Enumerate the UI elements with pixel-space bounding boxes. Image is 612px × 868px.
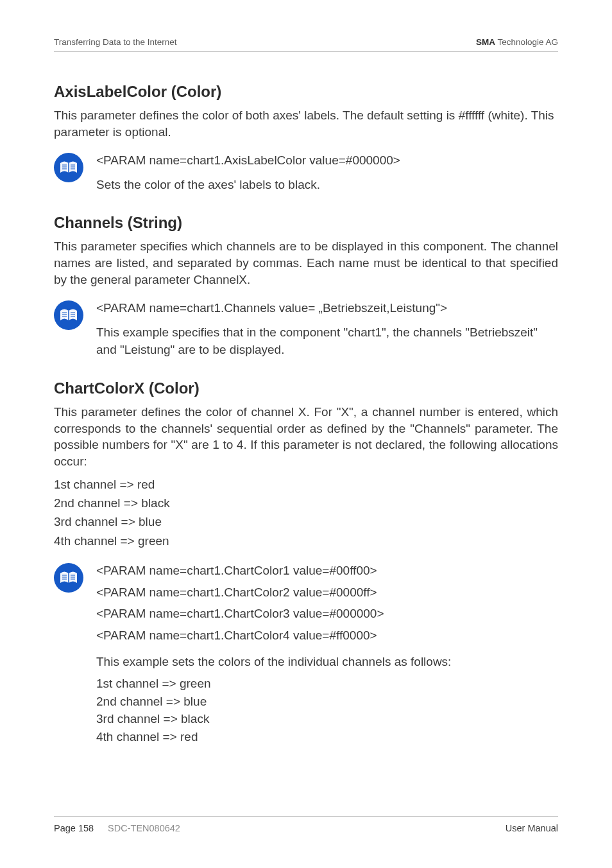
example-channels: <PARAM name=chart1.Channels value= „Betr… — [54, 299, 558, 363]
expl-channels: This example specifies that in the compo… — [96, 324, 558, 359]
brand-name: SMA — [476, 37, 495, 47]
book-icon — [54, 153, 83, 182]
code-axislabelcolor: <PARAM name=chart1.AxisLabelColor value=… — [96, 152, 558, 169]
expl-list-item: 3rd channel => black — [96, 710, 558, 728]
expl-list-item: 4th channel => red — [96, 728, 558, 746]
heading-chartcolorx: ChartColorX (Color) — [54, 379, 558, 397]
example-icon-wrap — [54, 152, 85, 182]
expl-axislabelcolor: Sets the color of the axes' labels to bl… — [96, 176, 558, 194]
header-divider — [54, 51, 558, 52]
default-item: 4th channel => green — [54, 532, 558, 550]
book-icon — [54, 563, 83, 593]
footer-divider — [54, 816, 558, 817]
example-icon-wrap — [54, 562, 85, 593]
code-line: <PARAM name=chart1.ChartColor2 value=#00… — [96, 584, 558, 602]
default-item: 2nd channel => black — [54, 494, 558, 512]
running-footer: Page 158 SDC-TEN080642 User Manual — [54, 823, 558, 833]
brand-suffix: Technologie AG — [495, 37, 558, 47]
running-header: Transferring Data to the Internet SMA Te… — [54, 37, 558, 47]
expl-list-item: 2nd channel => blue — [96, 693, 558, 711]
example-icon-wrap — [54, 299, 85, 330]
code-channels: <PARAM name=chart1.Channels value= „Betr… — [96, 299, 558, 317]
heading-axislabelcolor: AxisLabelColor (Color) — [54, 83, 558, 101]
header-left: Transferring Data to the Internet — [54, 37, 177, 47]
header-right: SMA Technologie AG — [476, 37, 558, 47]
defaults-list: 1st channel => red 2nd channel => black … — [54, 475, 558, 551]
code-line: <PARAM name=chart1.ChartColor3 value=#00… — [96, 605, 558, 623]
expl-list-item: 1st channel => green — [96, 675, 558, 693]
default-item: 3rd channel => blue — [54, 512, 558, 531]
book-icon — [54, 300, 83, 330]
example-chartcolorx: <PARAM name=chart1.ChartColor1 value=#00… — [54, 562, 558, 745]
code-line: <PARAM name=chart1.ChartColor1 value=#00… — [96, 562, 558, 580]
page-content: Transferring Data to the Internet SMA Te… — [0, 0, 612, 745]
default-item: 1st channel => red — [54, 475, 558, 494]
expl-chartcolorx-intro: This example sets the colors of the indi… — [96, 653, 558, 671]
doc-code: SDC-TEN080642 — [108, 823, 180, 833]
page-number: Page 158 — [54, 823, 94, 833]
heading-channels: Channels (String) — [54, 214, 558, 232]
footer-right: User Manual — [506, 823, 558, 833]
example-axislabelcolor: <PARAM name=chart1.AxisLabelColor value=… — [54, 152, 558, 197]
code-line: <PARAM name=chart1.ChartColor4 value=#ff… — [96, 627, 558, 645]
desc-axislabelcolor: This parameter defines the color of both… — [54, 107, 558, 140]
desc-chartcolorx: This parameter defines the color of chan… — [54, 404, 558, 470]
desc-channels: This parameter specifies which channels … — [54, 238, 558, 288]
